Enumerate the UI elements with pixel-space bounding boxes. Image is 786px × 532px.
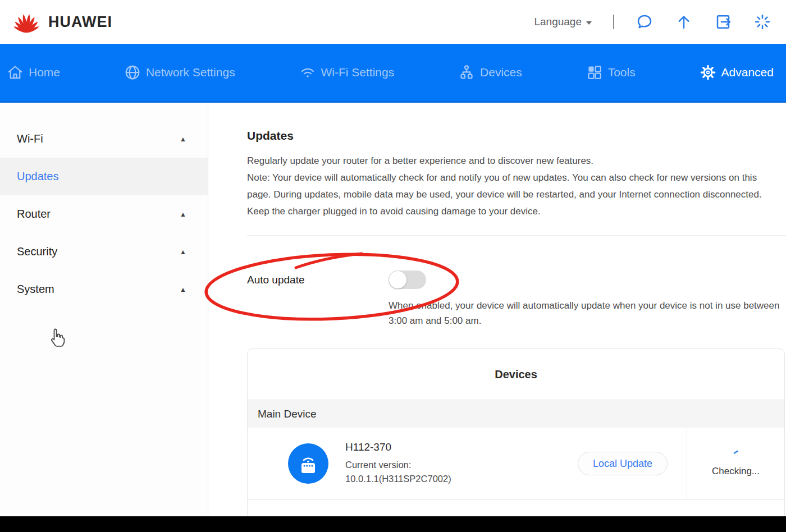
collapse-arrow-icon: ▲ [180, 248, 186, 256]
main-content: Updates Regularly update your router for… [209, 104, 786, 516]
auto-update-toggle[interactable] [389, 270, 426, 289]
local-update-button[interactable]: Local Update [578, 452, 668, 475]
device-name: H112-370 [345, 441, 451, 453]
sidebar-item-label: System [17, 283, 54, 296]
nav-tab-tools[interactable]: Tools [586, 64, 636, 81]
router-device-icon [296, 451, 321, 476]
nav-tab-network-settings[interactable]: Network Settings [124, 64, 235, 81]
bottom-black-bar [0, 516, 786, 532]
nav-label: Devices [480, 66, 522, 79]
sidebar-item-router[interactable]: Router ▲ [0, 195, 208, 233]
nav-tab-wifi-settings[interactable]: Wi-Fi Settings [299, 64, 395, 81]
globe-icon [124, 64, 141, 81]
nav-tab-devices[interactable]: Devices [458, 64, 522, 81]
router-avatar [288, 443, 328, 484]
loading-button[interactable] [753, 13, 771, 31]
page-title: Updates [247, 129, 786, 143]
nav-label: Network Settings [146, 66, 235, 79]
collapse-arrow-icon: ▲ [180, 135, 186, 143]
sidebar-item-system[interactable]: System ▲ [0, 270, 208, 308]
header-divider [613, 15, 614, 29]
topology-icon [458, 64, 475, 81]
devices-card-title: Devices [248, 349, 784, 400]
logout-icon [715, 13, 732, 30]
arrow-up-icon [675, 13, 692, 30]
device-version-label: Current version: [345, 458, 451, 472]
feedback-chat-button[interactable] [636, 13, 654, 31]
top-header: HUAWEI Language [0, 0, 786, 44]
settings-sidebar: Wi-Fi ▲ Updates Router ▲ Security ▲ Syst… [0, 104, 208, 516]
nav-label: Wi-Fi Settings [321, 66, 395, 79]
section-divider [247, 235, 786, 236]
checking-spinner-icon [733, 450, 739, 455]
nav-tab-home[interactable]: Home [7, 64, 60, 81]
chat-bubble-icon [636, 13, 653, 30]
auto-update-label: Auto update [247, 274, 389, 286]
devices-card: Devices Main Device [247, 348, 785, 517]
device-row: H112-370 Current version: 10.0.1.1(H311S… [248, 428, 784, 500]
updates-note: Note: Your device will automatically che… [247, 169, 762, 220]
collapse-arrow-icon: ▲ [180, 286, 186, 293]
home-icon [7, 64, 24, 81]
sidebar-item-label: Wi-Fi [17, 132, 43, 145]
updates-description: Regularly update your router for a bette… [247, 153, 762, 169]
nav-label: Advanced [721, 66, 774, 79]
card-filler [248, 500, 784, 517]
device-version-value: 10.0.1.1(H311SP2C7002) [345, 472, 451, 486]
toggle-knob [389, 271, 406, 288]
gear-icon [700, 64, 716, 81]
update-upload-button[interactable] [675, 13, 693, 31]
main-navbar: Home Network Settings Wi-Fi Settings Dev… [0, 44, 786, 103]
logout-button[interactable] [714, 13, 732, 31]
nav-label: Tools [608, 66, 636, 79]
nav-label: Home [29, 66, 60, 79]
device-status-text: Checking... [712, 466, 760, 477]
sidebar-item-label: Router [17, 208, 51, 221]
huawei-logo: HUAWEI [11, 10, 112, 34]
main-device-section-header: Main Device [248, 400, 784, 428]
brand-name: HUAWEI [48, 13, 112, 31]
auto-update-row: Auto update [247, 270, 786, 289]
sidebar-item-label: Security [17, 245, 57, 258]
huawei-flower-icon [11, 10, 42, 34]
wifi-icon [299, 64, 316, 81]
spinner-icon [754, 13, 771, 30]
device-status-column: Checking... [687, 428, 784, 499]
sidebar-item-label: Updates [17, 170, 59, 183]
sidebar-item-updates[interactable]: Updates [0, 158, 208, 195]
chevron-down-icon [586, 21, 592, 25]
collapse-arrow-icon: ▲ [180, 210, 186, 218]
tools-grid-icon [586, 64, 603, 81]
language-label: Language [534, 16, 582, 28]
sidebar-item-security[interactable]: Security ▲ [0, 233, 208, 270]
sidebar-item-wifi[interactable]: Wi-Fi ▲ [0, 120, 208, 158]
language-dropdown[interactable]: Language [534, 16, 592, 28]
nav-tab-advanced[interactable]: Advanced [700, 64, 774, 81]
auto-update-hint: When enabled, your device will automatic… [389, 298, 785, 328]
